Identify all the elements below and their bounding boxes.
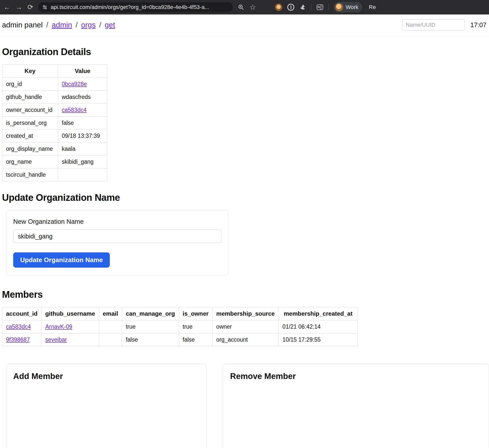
members-header-github-username: github_username (41, 307, 99, 320)
kv-header-value: Value (58, 65, 107, 78)
kv-value: kaala (58, 143, 107, 155)
member-is-owner: false (179, 333, 212, 346)
toolbar-divider-2 (328, 4, 329, 11)
table-row: org_id 0bca928e (2, 78, 107, 91)
breadcrumb-admin[interactable]: admin (52, 21, 72, 29)
member-source: owner (212, 320, 279, 333)
member-account-link[interactable]: 9f398687 (6, 336, 30, 343)
extensions-puzzle-icon[interactable] (299, 4, 306, 11)
table-row: ca583dc4 ArnavK-09 true true owner 01/21… (2, 320, 358, 333)
table-row: owner_account_id ca583dc4 (2, 104, 107, 117)
clock-text: 17:07 (470, 21, 487, 29)
password-manager-icon[interactable] (287, 4, 294, 11)
name-uuid-search-input[interactable] (402, 19, 465, 30)
kv-key: org_id (2, 78, 58, 91)
members-header-account-id: account_id (2, 307, 42, 320)
member-github-link[interactable]: seveibar (45, 336, 67, 343)
breadcrumb: admin panel / admin / orgs / get (2, 21, 115, 29)
members-table: account_id github_username email can_man… (2, 307, 358, 346)
member-email (99, 320, 122, 333)
bookmark-star-icon[interactable]: ☆ (249, 3, 256, 11)
member-source: org_account (212, 333, 279, 346)
forward-icon[interactable]: → (15, 4, 22, 11)
members-header-membership-created-at: membership_created_at (279, 307, 358, 320)
update-org-card: New Organization Name Update Organizatio… (6, 210, 228, 275)
browser-toolbar: ← → ⟳ api.tscircuit.com/admin/orgs/get?o… (0, 0, 489, 14)
kv-value: 09/18 13:37:39 (58, 130, 107, 143)
profile-chip[interactable]: Work (334, 2, 362, 12)
profile-overflow-label[interactable]: Re (369, 4, 376, 10)
add-member-card: Add Member (6, 364, 206, 448)
members-header-email: email (99, 307, 122, 320)
table-row: created_at 09/18 13:37:39 (2, 130, 107, 143)
page-title: admin panel (2, 21, 43, 29)
org-id-link[interactable]: 0bca928e (62, 81, 87, 87)
member-created-at: 10/15 17:29:55 (279, 333, 358, 346)
kv-value: false (58, 117, 107, 130)
site-settings-icon[interactable] (42, 4, 48, 10)
breadcrumb-separator: / (99, 21, 101, 29)
update-org-heading: Update Organization Name (2, 192, 489, 203)
member-created-at: 01/21 06:42:14 (279, 320, 358, 333)
page-header: admin panel / admin / orgs / get 17:07 (0, 14, 489, 36)
kv-key: tscircuit_handle (2, 168, 58, 181)
member-is-owner: true (179, 320, 212, 333)
table-row: 9f398687 seveibar false false org_accoun… (2, 333, 358, 346)
org-details-heading: Organization Details (2, 47, 489, 57)
kv-value (58, 168, 107, 181)
table-row: is_personal_org false (2, 117, 107, 130)
url-bar[interactable]: api.tscircuit.com/admin/orgs/get?org_id=… (38, 2, 233, 12)
kv-header-key: Key (2, 65, 58, 78)
url-text: api.tscircuit.com/admin/orgs/get?org_id=… (51, 4, 209, 10)
toolbar-divider (311, 4, 311, 11)
add-member-heading: Add Member (13, 372, 199, 381)
main-content: Organization Details Key Value org_id 0b… (0, 47, 489, 448)
table-row: org_display_name kaala (2, 143, 107, 155)
member-can-manage: true (122, 320, 179, 333)
breadcrumb-separator: / (76, 21, 78, 29)
kv-value: skibidi_gang (58, 155, 107, 168)
members-heading: Members (2, 289, 489, 300)
members-header-membership-source: membership_source (212, 307, 279, 320)
members-header-is-owner: is_owner (179, 307, 212, 320)
kv-key: created_at (2, 130, 58, 143)
breadcrumb-separator: / (46, 21, 48, 29)
members-header-can-manage-org: can_manage_org (122, 307, 179, 320)
member-can-manage: false (122, 333, 179, 346)
remove-member-card: Remove Member (223, 364, 489, 448)
profile-avatar (335, 3, 343, 11)
kv-key: org_display_name (2, 143, 58, 155)
owner-account-link[interactable]: ca583dc4 (62, 107, 87, 113)
side-panel-icon[interactable] (316, 4, 323, 10)
kv-value: wdascfreds (58, 91, 107, 104)
profile-label: Work (346, 4, 358, 10)
remove-member-heading: Remove Member (230, 372, 482, 381)
new-org-name-label: New Organization Name (13, 218, 221, 225)
new-org-name-input[interactable] (13, 229, 221, 243)
member-account-link[interactable]: ca583dc4 (6, 323, 31, 330)
kv-key: owner_account_id (2, 104, 58, 117)
reload-icon[interactable]: ⟳ (27, 4, 33, 11)
kv-key: is_personal_org (2, 117, 58, 130)
breadcrumb-orgs[interactable]: orgs (81, 21, 96, 29)
member-actions-row: Add Member Remove Member (6, 364, 489, 448)
back-icon[interactable]: ← (3, 4, 10, 11)
table-row: tscircuit_handle (2, 168, 107, 181)
breadcrumb-get[interactable]: get (105, 21, 115, 29)
kv-key: github_handle (2, 91, 58, 104)
update-org-name-button[interactable]: Update Organization Name (13, 252, 110, 268)
kv-key: org_name (2, 155, 58, 168)
member-github-link[interactable]: ArnavK-09 (45, 323, 72, 330)
zoom-icon[interactable] (238, 4, 244, 10)
extension-avatar-icon[interactable] (275, 3, 282, 11)
table-row: github_handle wdascfreds (2, 91, 107, 104)
table-row: org_name skibidi_gang (2, 155, 107, 168)
org-details-table: Key Value org_id 0bca928e github_handle … (2, 64, 107, 181)
member-email (99, 333, 122, 346)
